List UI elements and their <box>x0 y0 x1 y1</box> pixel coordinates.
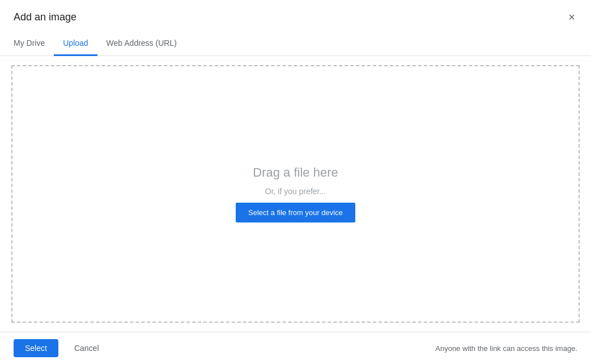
dialog-footer: Select Cancel Anyone with the link can a… <box>0 332 591 364</box>
close-button[interactable]: × <box>566 9 577 25</box>
footer-info-text: Anyone with the link can access this ima… <box>435 344 577 353</box>
tab-my-drive[interactable]: My Drive <box>14 32 54 56</box>
tab-upload[interactable]: Upload <box>54 32 97 56</box>
select-button[interactable]: Select <box>14 339 58 357</box>
cancel-button[interactable]: Cancel <box>63 339 110 357</box>
tabs-bar: My Drive Upload Web Address (URL) <box>0 32 591 56</box>
dialog-header: Add an image × <box>0 0 591 32</box>
tab-web-address[interactable]: Web Address (URL) <box>97 32 186 56</box>
select-file-button[interactable]: Select a file from your device <box>236 203 355 222</box>
dialog-title: Add an image <box>14 11 76 23</box>
or-text: Or, if you prefer... <box>265 187 326 196</box>
upload-drop-zone[interactable]: Drag a file here Or, if you prefer... Se… <box>11 65 580 323</box>
footer-actions: Select Cancel <box>14 339 110 357</box>
drag-text: Drag a file here <box>253 165 338 180</box>
add-image-dialog: Add an image × My Drive Upload Web Addre… <box>0 0 591 364</box>
